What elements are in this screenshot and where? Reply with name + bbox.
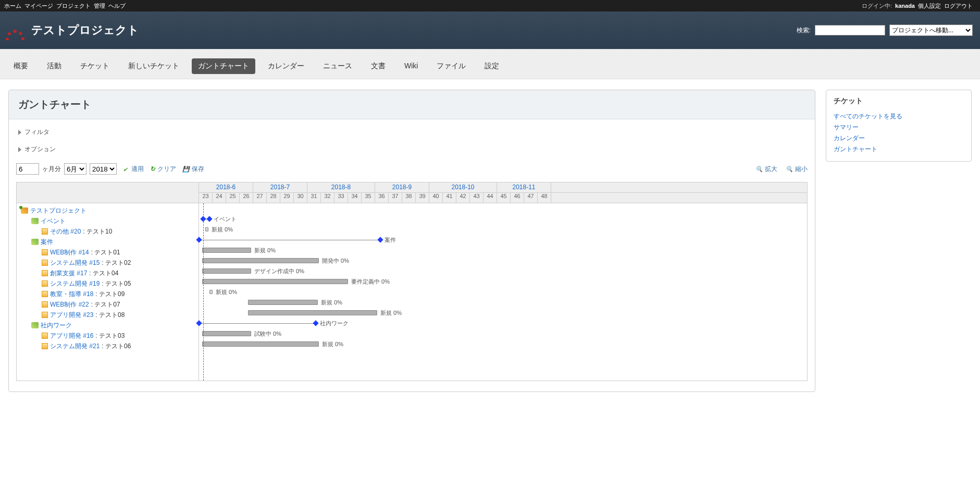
task-bar[interactable]: [205, 227, 208, 231]
main-menu-item[interactable]: ニュース: [317, 58, 358, 74]
task-bar[interactable]: [202, 248, 251, 253]
week-header: 23: [199, 193, 213, 203]
week-header: 29: [280, 193, 294, 203]
gantt-chart: テストプロジェクトイベントその他 #20: テスト10案件WEB制作 #14: …: [16, 182, 808, 381]
tree-row: 案件: [17, 237, 199, 247]
week-header: 44: [483, 193, 497, 203]
task-bar[interactable]: [202, 258, 319, 263]
sidebar-tickets-box: チケット すべてのチケットを見るサマリーカレンダーガントチャート: [826, 90, 972, 162]
zoom-in-button[interactable]: 拡大: [755, 165, 777, 174]
ticket-icon: [42, 228, 48, 235]
gantt-row: 新規 0%: [199, 224, 807, 235]
tree-link[interactable]: テストプロジェクト: [30, 206, 86, 215]
tree-link[interactable]: WEB制作 #14: [50, 248, 89, 257]
week-header: 45: [497, 193, 511, 203]
project-title[interactable]: テストプロジェクト: [31, 22, 139, 38]
month-header[interactable]: 2018-10: [429, 182, 497, 192]
task-bar[interactable]: [248, 310, 377, 315]
top-nav-link[interactable]: 個人設定: [918, 3, 941, 9]
top-nav-link[interactable]: マイページ: [24, 3, 53, 9]
task-label: 新規 0%: [321, 299, 342, 307]
month-select[interactable]: 6月: [64, 163, 86, 175]
version-label[interactable]: イベント: [214, 215, 237, 223]
task-bar[interactable]: [202, 268, 251, 274]
milestone-diamond-icon: [206, 216, 212, 222]
main-menu-item[interactable]: ガントチャート: [192, 58, 255, 74]
version-icon: [31, 218, 39, 224]
ticket-icon: [42, 270, 48, 276]
project-icon: [21, 207, 28, 214]
task-bar[interactable]: [248, 300, 318, 305]
task-bar[interactable]: [202, 331, 251, 336]
month-header[interactable]: 2018-8: [307, 182, 375, 192]
version-label[interactable]: 社内ワーク: [320, 320, 349, 327]
tree-link[interactable]: 創業支援 #17: [50, 269, 87, 278]
main-menu-item[interactable]: チケット: [74, 58, 116, 74]
main-menu-item[interactable]: Wiki: [398, 58, 424, 73]
tree-link[interactable]: WEB制作 #22: [50, 300, 89, 309]
sidebar-link[interactable]: カレンダー: [834, 133, 964, 144]
apply-button[interactable]: 適用: [123, 165, 144, 174]
task-bar[interactable]: [202, 279, 348, 284]
main-menu-item[interactable]: 概要: [7, 58, 34, 74]
week-header: 39: [416, 193, 429, 203]
top-nav-link[interactable]: ホーム: [4, 3, 21, 9]
ticket-icon: [42, 312, 48, 318]
top-nav-link[interactable]: 管理: [94, 3, 105, 9]
main-menu-item[interactable]: ファイル: [430, 58, 472, 74]
tree-link[interactable]: システム開発 #15: [50, 259, 100, 267]
top-nav-link[interactable]: ログアウト: [944, 3, 973, 9]
main-menu-item[interactable]: 文書: [365, 58, 392, 74]
tree-link[interactable]: アプリ開発 #23: [50, 311, 93, 320]
zoom-out-button[interactable]: 縮小: [786, 165, 808, 174]
month-header[interactable]: 2018-11: [497, 182, 551, 192]
tree-link[interactable]: その他 #20: [50, 227, 81, 236]
top-nav-link[interactable]: プロジェクト: [56, 3, 91, 9]
milestone-diamond-icon: [313, 320, 318, 326]
save-icon: [182, 165, 190, 173]
week-header: 41: [443, 193, 456, 203]
clear-button[interactable]: クリア: [150, 165, 176, 174]
version-icon: [31, 322, 39, 328]
year-select[interactable]: 2018: [90, 163, 117, 175]
save-button[interactable]: 保存: [182, 165, 204, 174]
week-header: 32: [321, 193, 334, 203]
tree-link[interactable]: アプリ開発 #16: [50, 332, 93, 340]
sidebar-link[interactable]: すべてのチケットを見る: [834, 111, 964, 122]
tree-link[interactable]: システム開発 #21: [50, 342, 100, 351]
check-icon: [123, 166, 129, 172]
top-nav-link[interactable]: ヘルプ: [108, 3, 126, 9]
top-nav-right: ログイン中: kanada 個人設定ログアウト: [862, 2, 976, 10]
main-menu-item[interactable]: 新しいチケット: [122, 58, 185, 74]
gantt-row: 社内ワーク: [199, 318, 807, 328]
month-header[interactable]: 2018-7: [253, 182, 307, 192]
month-header[interactable]: 2018-6: [199, 182, 253, 192]
tree-row: イベント: [17, 216, 199, 226]
main-menu-item[interactable]: カレンダー: [262, 58, 311, 74]
task-bar[interactable]: [209, 290, 213, 294]
filter-toggle[interactable]: フィルタ: [16, 124, 808, 141]
gantt-row: 新規 0%: [199, 297, 807, 308]
tree-row: システム開発 #19: テスト05: [17, 278, 199, 289]
tree-link[interactable]: システム開発 #19: [50, 279, 100, 288]
app-logo-icon: [4, 20, 26, 40]
options-toggle[interactable]: オプション: [16, 141, 808, 158]
task-bar[interactable]: [202, 341, 319, 347]
main-menu-item[interactable]: 設定: [478, 58, 505, 74]
main-menu-item[interactable]: 活動: [41, 58, 68, 74]
main-menu: 概要活動チケット新しいチケットガントチャートカレンダーニュース文書Wikiファイ…: [0, 49, 980, 79]
week-header: 27: [253, 193, 267, 203]
tree-link[interactable]: 社内ワーク: [41, 321, 72, 330]
tree-link[interactable]: 教室・指導 #18: [50, 290, 93, 299]
version-label[interactable]: 案件: [384, 236, 396, 244]
sidebar-link[interactable]: サマリー: [834, 122, 964, 133]
project-jump-select[interactable]: プロジェクトへ移動...: [889, 25, 973, 36]
sidebar-link[interactable]: ガントチャート: [834, 144, 964, 155]
month-header[interactable]: 2018-9: [375, 182, 429, 192]
tree-link[interactable]: 案件: [41, 238, 53, 247]
current-user[interactable]: kanada: [895, 3, 915, 9]
months-input[interactable]: [16, 163, 39, 175]
week-header: 48: [538, 193, 551, 203]
search-input[interactable]: [815, 25, 885, 35]
tree-link[interactable]: イベント: [41, 217, 66, 226]
